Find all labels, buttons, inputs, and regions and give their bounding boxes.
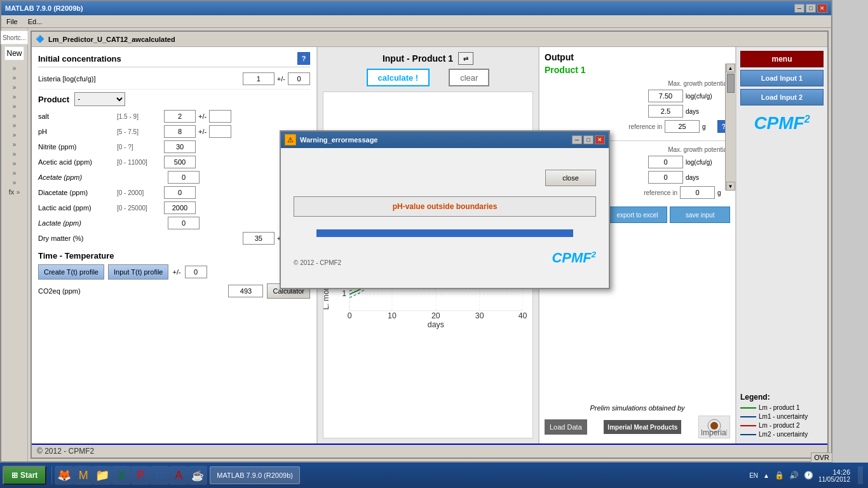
taskbar-word-icon[interactable]: W (150, 466, 169, 485)
dialog-minimize-button[interactable]: ─ (572, 135, 582, 144)
dialog-message: pH-value outside boundaries (294, 196, 596, 217)
taskbar-arrow-up: ▲ (763, 472, 770, 479)
arrow-row-11: » (13, 159, 17, 168)
fx-arrow: fx » (9, 187, 20, 196)
new-label: New (6, 49, 22, 58)
dialog-title: Warning_errormessage (300, 136, 572, 144)
taskbar-java-icon[interactable]: ☕ (188, 466, 207, 485)
dialog-close-btn-row: close (294, 170, 596, 186)
shortcuts-item: Shortc... (1, 30, 28, 44)
maximize-button[interactable]: □ (806, 4, 816, 13)
matlab-outer: MATLAB 7.9.0 (R2009b) ─ □ ✕ File Ed... S… (0, 0, 868, 488)
edit-menu[interactable]: Ed... (23, 17, 48, 27)
time-display: 14:26 (832, 468, 850, 476)
language-indicator: EN (749, 472, 758, 479)
matlab-taskbar-item[interactable]: MATLAB 7.9.0 (R2009b) (210, 466, 300, 484)
start-label: Start (20, 471, 37, 480)
dialog-restore-button[interactable]: □ (583, 135, 593, 144)
matlab-menubar: File Ed... (1, 15, 831, 28)
minimize-button[interactable]: ─ (794, 4, 804, 13)
arrow-row-4: » (13, 92, 17, 101)
clock-icon: 🕐 (804, 471, 813, 480)
start-button[interactable]: ⊞ Start (3, 466, 46, 485)
shortcuts-label: Shortc... (3, 34, 26, 41)
dialog-titlebar: ⚠ Warning_errormessage ─ □ ✕ (281, 132, 609, 148)
volume-icon: 🔊 (789, 471, 799, 480)
warning-dialog: ⚠ Warning_errormessage ─ □ ✕ close (280, 130, 610, 289)
matlab-window: MATLAB 7.9.0 (R2009b) ─ □ ✕ File Ed... S… (0, 0, 832, 463)
dialog-body: close pH-value outside boundaries © 2012… (281, 148, 609, 288)
dialog-overlay: ⚠ Warning_errormessage ─ □ ✕ close (32, 32, 827, 458)
dialog-bottom-row: © 2012 - CPMF2 CPMF2 (294, 250, 596, 266)
arrow-row-5: » (13, 102, 17, 111)
arrow-row-13: » (13, 178, 17, 187)
app-frame: 🔷 Lm_Predictor_U_CAT12_awcalculated Init… (31, 30, 829, 459)
arrow-row-8: » (13, 130, 17, 139)
arrow-row-6: » (13, 111, 17, 120)
taskbar-pdf-icon[interactable]: A (169, 466, 188, 485)
clock-display: 14:26 11/05/2012 (818, 468, 850, 483)
show-desktop-button[interactable] (858, 466, 863, 484)
arrow-row-7: » (13, 121, 17, 130)
arrow-row-12: » (13, 168, 17, 177)
dialog-cpmf-logo: CPMF2 (552, 250, 596, 266)
new-item[interactable]: New (4, 46, 24, 60)
arrow-row-1: » (13, 64, 17, 72)
dialog-close-button[interactable]: ✕ (595, 135, 605, 144)
taskbar: ⊞ Start 🦊 M 📁 X P W A ☕ MATLAB 7.9.0 (R2… (0, 463, 868, 488)
taskbar-firefox-icon[interactable]: 🦊 (55, 466, 74, 485)
taskbar-powerpoint-icon[interactable]: P (131, 466, 150, 485)
matlab-window-title: MATLAB 7.9.0 (R2009b) (5, 4, 793, 12)
dialog-copyright: © 2012 - CPMF2 (294, 259, 341, 266)
arrow-row-9: » (13, 140, 17, 149)
arrow-row-2: » (13, 73, 17, 82)
close-button[interactable]: ✕ (817, 4, 827, 13)
date-display: 11/05/2012 (818, 476, 850, 483)
taskbar-excel-icon[interactable]: X (112, 466, 131, 485)
dialog-progress-bar (316, 229, 574, 237)
warning-icon: ⚠ (285, 134, 296, 146)
matlab-titlebar: MATLAB 7.9.0 (R2009b) ─ □ ✕ (1, 1, 831, 15)
arrow-row-3: » (13, 83, 17, 92)
matlab-mini-sidebar: Shortc... New » » » » » » » » » » » » » … (1, 28, 28, 461)
arrow-row-10: » (13, 149, 17, 158)
dialog-close-btn[interactable]: close (545, 170, 596, 186)
taskbar-separator (51, 466, 52, 484)
taskbar-explorer-icon[interactable]: 📁 (93, 466, 112, 485)
network-icon: 🔒 (775, 471, 784, 480)
taskbar-matlab-icon[interactable]: M (74, 466, 93, 485)
matlab-content-area: Shortc... New » » » » » » » » » » » » » … (1, 28, 831, 461)
file-menu[interactable]: File (1, 17, 23, 27)
taskbar-right: EN ▲ 🔒 🔊 🕐 14:26 11/05/2012 (749, 466, 868, 484)
